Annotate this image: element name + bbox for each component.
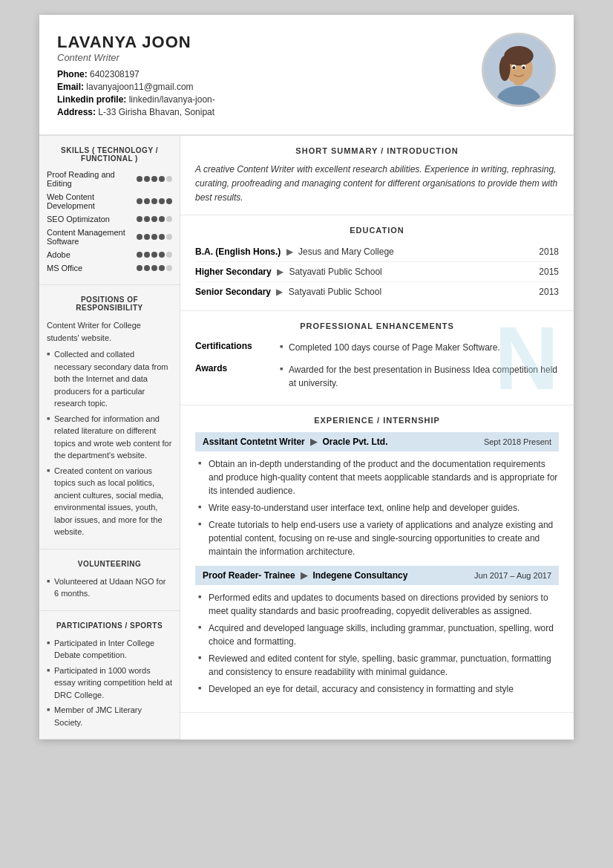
experience-bullet-item: Write easy-to-understand user interface … [198, 501, 559, 515]
skill-dots [137, 198, 172, 204]
enhancements-title: PROFESSIONAL ENHANCEMENTS [195, 322, 559, 330]
skill-dots [137, 176, 172, 182]
skill-dot [159, 216, 165, 222]
enhancement-item: Completed 100 days course of Page Maker … [280, 341, 559, 354]
positions-intro: Content Writer for College students' web… [47, 319, 172, 344]
positions-bullet-item: Searched for information and related lit… [47, 413, 172, 462]
experience-section: EXPERIENCE / INTERNSHIP Assitant Contetn… [180, 405, 574, 713]
svg-point-9 [522, 66, 525, 69]
resume-container: LAVANYA JOON Content Writer Phone: 64023… [39, 15, 574, 740]
skill-row: SEO Optimizaton [47, 215, 172, 223]
skill-row: MS Office [47, 264, 172, 273]
skill-dot [159, 234, 165, 240]
skill-row: Web Content Development [47, 192, 172, 210]
skill-dots [137, 216, 172, 222]
enhancements-list: CertificationsCompleted 100 days course … [195, 338, 559, 396]
main-content: SHORT SUMMARY / INTRODUCTION A creative … [180, 136, 574, 740]
header-info: LAVANYA JOON Content Writer Phone: 64023… [57, 33, 215, 120]
participations-title: PARTICIPATIONS / SPORTS [47, 621, 172, 630]
enhancement-label: Certifications [195, 341, 277, 351]
education-section: EDUCATION B.A. (English Hons.) ▶ Jesus a… [180, 215, 574, 311]
sidebar: SKILLS ( TECHNOLOGY / FUNCTIONAL ) Proof… [39, 136, 180, 740]
skill-name: SEO Optimizaton [47, 215, 137, 223]
experience-bullet-item: Obtain an in-depth understanding of the … [198, 457, 559, 497]
education-left: Higher Secondary ▶ Satyavati Public Scho… [195, 267, 539, 277]
enhancement-label: Awards [195, 363, 277, 373]
candidate-name: LAVANYA JOON [57, 33, 215, 52]
skill-dots [137, 265, 172, 271]
address-row: Address: L-33 Girisha Bhavan, Sonipat [57, 107, 215, 117]
svg-point-8 [513, 66, 516, 69]
skill-dot [151, 216, 157, 222]
education-year: 2018 [539, 247, 559, 257]
positions-section: POSITIONS OF RESPONSIBILITY Content Writ… [39, 285, 180, 549]
participations-bullet-item: Participated in Inter College Debate com… [47, 637, 172, 662]
skill-dot [137, 265, 142, 271]
profile-photo [482, 33, 556, 107]
skill-dot [144, 198, 150, 204]
education-year: 2015 [539, 267, 559, 277]
volunteering-title: VOLUNTEERING [47, 560, 172, 568]
positions-bullets: Collected and collated necessary seconda… [47, 348, 172, 538]
skill-dot [151, 176, 157, 182]
skill-row: Content Management Software [47, 228, 172, 246]
phone-value: 6402308197 [90, 69, 140, 79]
education-year: 2013 [539, 287, 559, 297]
volunteering-section: VOLUNTEERING Volunteered at Udaan NGO fo… [39, 549, 180, 611]
enhancement-content: Awarded for the best presentation in Bus… [277, 363, 559, 393]
experience-title: EXPERIENCE / INTERNSHIP [195, 416, 559, 425]
skill-dot [166, 252, 172, 258]
participations-bullet-item: Member of JMC Literary Society. [47, 704, 172, 728]
linkedin-value: linkedin/lavanya-joon- [129, 94, 215, 105]
participations-section: PARTICIPATIONS / SPORTS Participated in … [39, 611, 180, 740]
experience-title-left: Proof Reader- Trainee ▶ Indegene Consult… [203, 570, 407, 581]
skills-section: SKILLS ( TECHNOLOGY / FUNCTIONAL ) Proof… [39, 136, 180, 285]
participations-bullets: Participated in Inter College Debate com… [47, 637, 172, 729]
skill-row: Proof Reading and Editing [47, 170, 172, 188]
phone-row: Phone: 6402308197 [57, 69, 215, 79]
experience-bullets: Performed edits and updates to documents… [195, 591, 559, 696]
skill-dot [144, 216, 150, 222]
svg-point-5 [499, 56, 511, 81]
skill-dot [151, 265, 157, 271]
skill-row: Adobe [47, 250, 172, 259]
email-label: Email: [57, 82, 84, 92]
skill-dot [159, 198, 165, 204]
skill-name: Proof Reading and Editing [47, 170, 137, 188]
skill-dot [151, 198, 157, 204]
skill-dot [166, 265, 172, 271]
enhancement-row: CertificationsCompleted 100 days course … [195, 338, 559, 360]
skill-dot [144, 252, 150, 258]
experience-header: Assitant Contetnt Writer ▶ Oracle Pvt. L… [195, 432, 559, 451]
enhancement-item: Awarded for the best presentation in Bus… [280, 363, 559, 390]
skill-dots [137, 234, 172, 240]
skill-dot [137, 234, 142, 240]
skill-dot [166, 216, 172, 222]
linkedin-row: Linkedin profile: linkedin/lavanya-joon- [57, 94, 215, 105]
skill-dot [166, 234, 172, 240]
email-row: Email: lavanyajoon11@gmail.com [57, 82, 215, 92]
volunteering-bullet-item: Volunteered at Udaan NGO for 6 months. [47, 575, 172, 600]
education-left: Senior Secondary ▶ Satyavati Public Scho… [195, 287, 539, 297]
skill-dot [166, 176, 172, 182]
header: LAVANYA JOON Content Writer Phone: 64023… [39, 15, 574, 136]
education-list: B.A. (English Hons.) ▶ Jesus and Mary Co… [195, 242, 559, 301]
skill-dot [137, 198, 142, 204]
skill-name: Adobe [47, 250, 137, 259]
experience-bullet-item: Create tutorials to help end-users use a… [198, 518, 559, 558]
skill-dot [144, 176, 150, 182]
skill-dot [144, 265, 150, 271]
education-left: B.A. (English Hons.) ▶ Jesus and Mary Co… [195, 247, 539, 257]
enhancement-row: AwardsAwarded for the best presentation … [195, 360, 559, 396]
skill-dot [144, 234, 150, 240]
summary-text: A creative Content Writer with excellent… [195, 163, 559, 206]
skill-dot [166, 198, 172, 204]
skill-name: Content Management Software [47, 228, 137, 246]
experience-bullets: Obtain an in-depth understanding of the … [195, 457, 559, 558]
enhancements-section: PROFESSIONAL ENHANCEMENTS Certifications… [180, 311, 574, 405]
linkedin-label: Linkedin profile: [57, 94, 126, 105]
phone-label: Phone: [57, 69, 88, 79]
experience-bullet-item: Reviewed and edited content for style, s… [198, 652, 559, 679]
participations-bullet-item: Participated in 1000 words essay writing… [47, 665, 172, 702]
skill-dot [159, 252, 165, 258]
